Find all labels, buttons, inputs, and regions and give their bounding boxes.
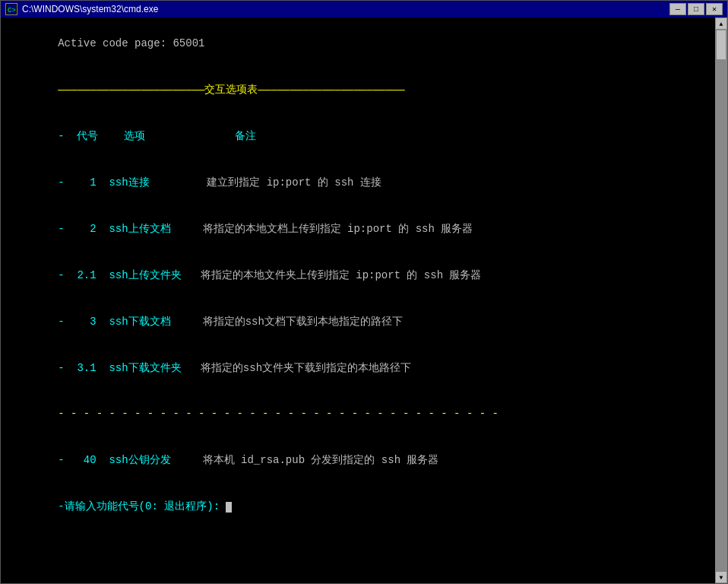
row2-code: - 2 xyxy=(58,223,109,235)
row2-cmd: ssh上传文档 xyxy=(109,223,202,235)
col-header-text: - 代号 选项 备注 xyxy=(58,130,255,142)
menu-row-2: - 2 ssh上传文档 将指定的本地文档上传到指定 ip:port 的 ssh … xyxy=(7,206,707,252)
scrollbar-track[interactable] xyxy=(715,30,727,571)
title-bar: C> C:\WINDOWS\system32\cmd.exe — □ ✕ xyxy=(1,1,727,17)
scroll-up-button[interactable]: ▲ xyxy=(715,17,727,30)
row1-code: - 1 xyxy=(58,176,109,189)
row2-desc: 将指定的本地文档上传到指定 ip:port 的 ssh 服务器 xyxy=(203,223,473,235)
prompt-text: -请输入功能代号(0: 退出程序): xyxy=(58,500,226,513)
menu-row-3-1: - 3.1 ssh下载文件夹 将指定的ssh文件夹下载到指定的本地路径下 xyxy=(7,344,707,391)
col-header-line: - 代号 选项 备注 xyxy=(7,113,707,160)
prompt-line[interactable]: -请输入功能代号(0: 退出程序): xyxy=(7,484,707,530)
close-button[interactable]: ✕ xyxy=(706,3,723,15)
active-code-page-line: Active code page: 65001 xyxy=(7,21,707,67)
row40-desc: 将本机 id_rsa.pub 分发到指定的 ssh 服务器 xyxy=(203,454,439,466)
window-title: C:\WINDOWS\system32\cmd.exe xyxy=(22,4,158,14)
row31-desc: 将指定的ssh文件夹下载到指定的本地路径下 xyxy=(201,362,411,374)
row21-code: - 2.1 xyxy=(58,269,109,281)
scroll-down-button[interactable]: ▼ xyxy=(715,571,727,583)
title-bar-buttons: — □ ✕ xyxy=(669,3,723,15)
separator-line: - - - - - - - - - - - - - - - - - - - - … xyxy=(7,391,707,437)
row1-desc: 建立到指定 ip:port 的 ssh 连接 xyxy=(207,176,381,189)
menu-row-3: - 3 ssh下载文档 将指定的ssh文档下载到本地指定的路径下 xyxy=(7,298,707,344)
cursor xyxy=(226,502,232,513)
minimize-button[interactable]: — xyxy=(669,3,686,15)
scrollbar-thumb[interactable] xyxy=(716,30,726,60)
menu-header-text: ———————————————————————交互选项表————————————… xyxy=(58,84,404,96)
cmd-window: C> C:\WINDOWS\system32\cmd.exe — □ ✕ Act… xyxy=(0,0,728,584)
cmd-icon: C> xyxy=(5,3,17,15)
console-content: Active code page: 65001 ————————————————… xyxy=(7,21,707,530)
row21-desc: 将指定的本地文件夹上传到指定 ip:port 的 ssh 服务器 xyxy=(201,269,482,281)
row31-code: - 3.1 xyxy=(58,362,109,374)
row21-cmd: ssh上传文件夹 xyxy=(109,269,200,281)
active-code-page-text: Active code page: 65001 xyxy=(58,37,204,49)
menu-row-2-1: - 2.1 ssh上传文件夹 将指定的本地文件夹上传到指定 ip:port 的 … xyxy=(7,252,707,298)
row31-cmd: ssh下载文件夹 xyxy=(109,362,200,374)
row3-cmd: ssh下载文档 xyxy=(109,316,202,328)
console-area: Active code page: 65001 ————————————————… xyxy=(1,17,727,583)
row3-code: - 3 xyxy=(58,316,109,328)
title-bar-left: C> C:\WINDOWS\system32\cmd.exe xyxy=(5,3,158,15)
svg-text:C>: C> xyxy=(8,7,16,14)
row40-code: - 40 xyxy=(58,454,109,466)
maximize-button[interactable]: □ xyxy=(688,3,704,15)
row3-desc: 将指定的ssh文档下载到本地指定的路径下 xyxy=(203,316,403,328)
menu-row-40: - 40 ssh公钥分发 将本机 id_rsa.pub 分发到指定的 ssh 服… xyxy=(7,437,707,484)
row40-cmd: ssh公钥分发 xyxy=(109,454,202,466)
menu-row-1: - 1 ssh连接 建立到指定 ip:port 的 ssh 连接 xyxy=(7,160,707,206)
scrollbar[interactable]: ▲ ▼ xyxy=(715,17,727,583)
menu-header-line: ———————————————————————交互选项表————————————… xyxy=(7,67,707,113)
separator-text: - - - - - - - - - - - - - - - - - - - - … xyxy=(58,408,499,420)
row1-cmd: ssh连接 xyxy=(109,176,207,189)
